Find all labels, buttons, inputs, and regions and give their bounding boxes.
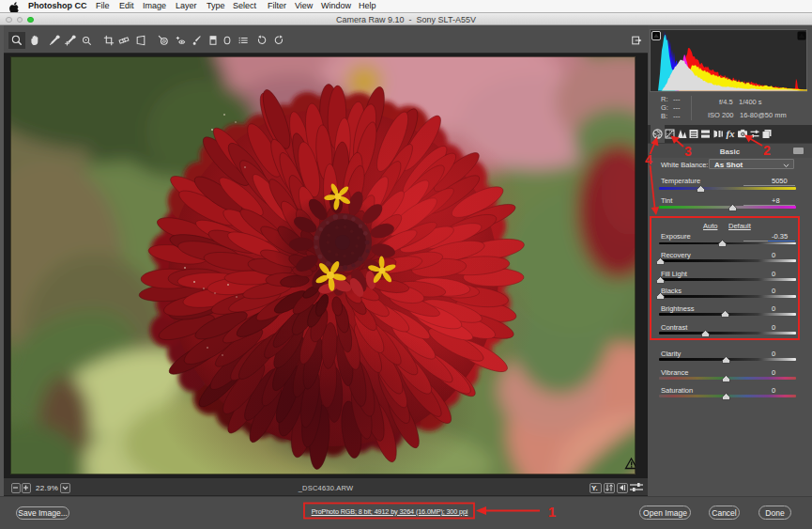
svg-text:fx: fx — [726, 128, 735, 139]
